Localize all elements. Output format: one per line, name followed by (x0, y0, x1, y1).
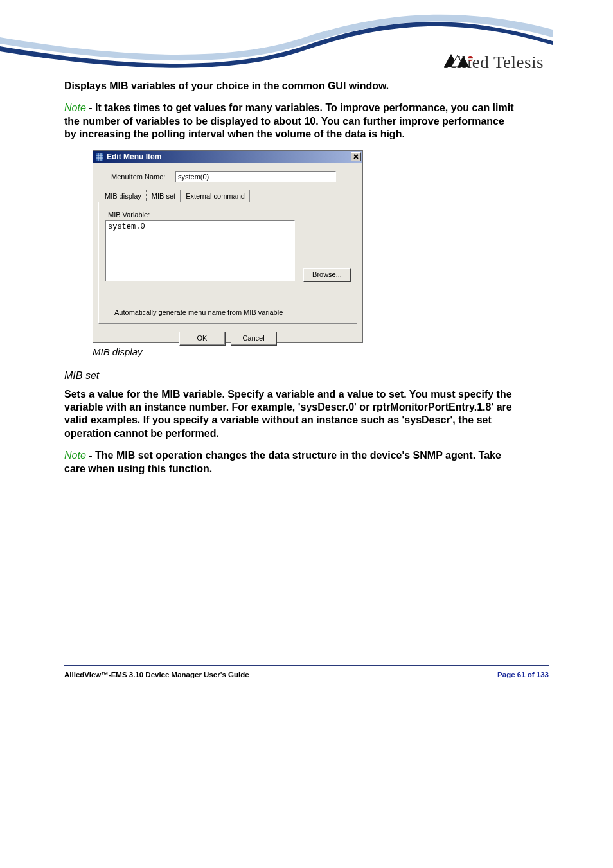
tab-mib-set[interactable]: MIB set (147, 190, 181, 202)
note-2-body: - The MIB set operation changes the data… (64, 450, 501, 474)
close-icon (351, 153, 360, 161)
menuitem-name-input[interactable] (175, 171, 336, 182)
note-1: Note - It takes times to get values for … (64, 102, 514, 141)
note-2: Note - The MIB set operation changes the… (64, 449, 514, 475)
mib-set-heading: MIB set (64, 369, 553, 382)
svg-rect-4 (468, 58, 473, 60)
dialog-title: Edit Menu Item (107, 152, 161, 162)
app-icon (95, 152, 104, 161)
brand-logo: Allied Telesis (444, 53, 544, 73)
tab-external-command[interactable]: External command (181, 190, 250, 202)
mib-set-body: Sets a value for the MIB variable. Speci… (64, 388, 514, 441)
browse-button[interactable]: Browse... (303, 268, 351, 282)
dialog-body: MenuItem Name: MIB display MIB set Exter… (93, 163, 362, 346)
dialog-figure: Edit Menu Item MenuItem Name: (93, 150, 553, 343)
cancel-button[interactable]: Cancel (231, 332, 277, 346)
menuitem-name-label: MenuItem Name: (111, 172, 175, 181)
figure-caption-1: MIB display (93, 346, 553, 358)
intro-text: Displays MIB variables of your choice in… (64, 80, 514, 93)
note-label: Note (64, 102, 86, 113)
page-footer: AlliedView™-EMS 3.10 Device Manager User… (64, 665, 549, 678)
edit-menu-item-dialog: Edit Menu Item MenuItem Name: (93, 150, 363, 343)
close-button[interactable] (351, 152, 361, 161)
tab-mib-display[interactable]: MIB display (100, 190, 147, 202)
tab-panel: MIB Variable: Browse... Automatically ge… (98, 202, 357, 324)
footer-page-number: Page 61 of 133 (497, 671, 549, 678)
footer-left: AlliedView™-EMS 3.10 Device Manager User… (64, 671, 249, 678)
svg-rect-5 (96, 153, 103, 161)
page-header: Allied Telesis (0, 0, 613, 74)
note-1-body: - It takes times to get values for many … (64, 102, 513, 139)
mib-variable-input[interactable] (105, 220, 295, 281)
ok-button[interactable]: OK (179, 332, 226, 346)
dialog-titlebar: Edit Menu Item (93, 151, 362, 163)
brand-mark-icon (444, 53, 474, 68)
page-content: Displays MIB variables of your choice in… (64, 80, 553, 484)
tab-strip: MIB display MIB set External command (100, 189, 357, 202)
mib-variable-label: MIB Variable: (108, 210, 350, 219)
autogen-link[interactable]: Automatically generate menu name from MI… (114, 308, 283, 317)
note-label-2: Note (64, 450, 86, 461)
